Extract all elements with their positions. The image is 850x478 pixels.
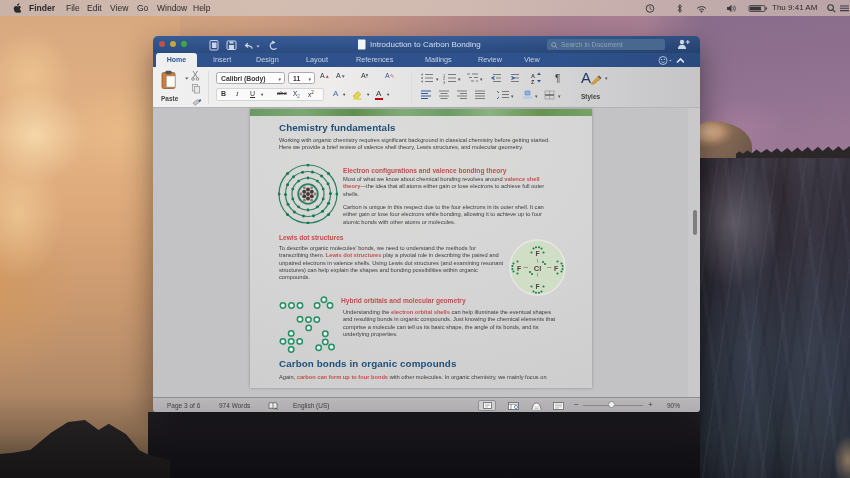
svg-text:▾: ▾: [458, 76, 461, 82]
svg-text:▾: ▾: [436, 76, 439, 82]
svg-text:F: F: [535, 250, 539, 257]
svg-text:F: F: [517, 265, 521, 272]
svg-text:F: F: [554, 265, 558, 272]
svg-text:▾: ▾: [535, 93, 538, 99]
svg-text:▾: ▾: [511, 93, 514, 99]
svg-text:F: F: [535, 283, 539, 290]
svg-text:¶: ¶: [555, 73, 560, 84]
svg-text:Cl: Cl: [534, 264, 542, 273]
svg-text:3: 3: [443, 80, 446, 85]
svg-text:Z: Z: [531, 79, 535, 84]
svg-text:▾: ▾: [480, 76, 483, 82]
svg-text:Paste: Paste: [161, 95, 179, 102]
svg-text:▾: ▾: [558, 93, 561, 99]
